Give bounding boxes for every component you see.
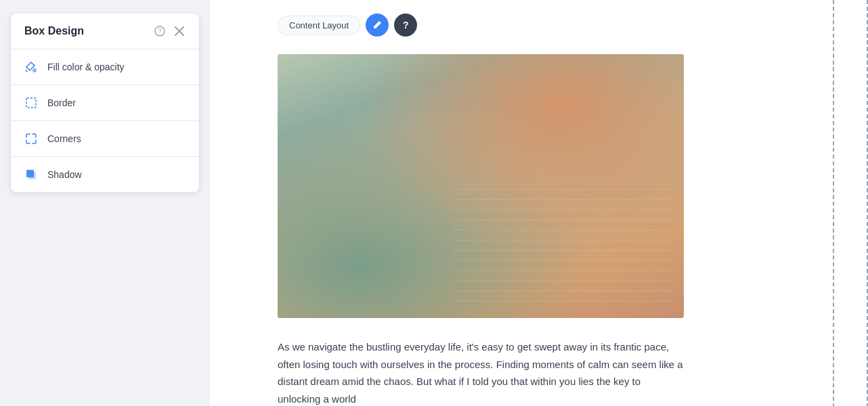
corners-icon — [24, 132, 38, 145]
svg-point-4 — [32, 68, 37, 72]
menu-item-shadow[interactable]: Shadow — [11, 157, 199, 192]
box-design-actions: ? — [153, 24, 186, 38]
content-layout-help-button[interactable]: ? — [394, 14, 417, 37]
help-icon-text: ? — [403, 20, 409, 30]
content-layout-edit-button[interactable] — [366, 14, 389, 37]
dashed-lines — [814, 0, 868, 406]
svg-rect-7 — [28, 172, 36, 179]
svg-text:?: ? — [158, 28, 162, 35]
shadow-icon — [24, 168, 38, 181]
box-design-title: Box Design — [24, 25, 84, 37]
box-design-card: Box Design ? — [11, 14, 199, 192]
fill-label: Fill color & opacity — [47, 62, 125, 72]
box-design-header: Box Design ? — [11, 14, 199, 49]
border-icon — [24, 96, 38, 110]
close-button[interactable] — [173, 25, 186, 37]
menu-item-fill[interactable]: Fill color & opacity — [11, 49, 199, 85]
menu-item-border[interactable]: Border — [11, 85, 199, 121]
content-layout-label: Content Layout — [278, 16, 360, 35]
left-panel: Box Design ? — [0, 0, 210, 406]
border-label: Border — [47, 97, 76, 108]
fill-icon — [24, 60, 38, 74]
article-body-text: As we navigate the bustling everyday lif… — [278, 338, 684, 406]
corners-label: Corners — [47, 133, 81, 144]
shadow-label: Shadow — [47, 169, 82, 180]
dashed-line-1 — [833, 0, 834, 406]
article-image — [278, 54, 684, 318]
svg-rect-5 — [26, 98, 36, 108]
help-button[interactable]: ? — [153, 24, 167, 38]
content-layout-bar: Content Layout ? — [278, 14, 417, 37]
menu-item-corners[interactable]: Corners — [11, 121, 199, 157]
article-content: As we navigate the bustling everyday lif… — [210, 0, 752, 406]
right-content: Content Layout ? — [210, 0, 868, 406]
